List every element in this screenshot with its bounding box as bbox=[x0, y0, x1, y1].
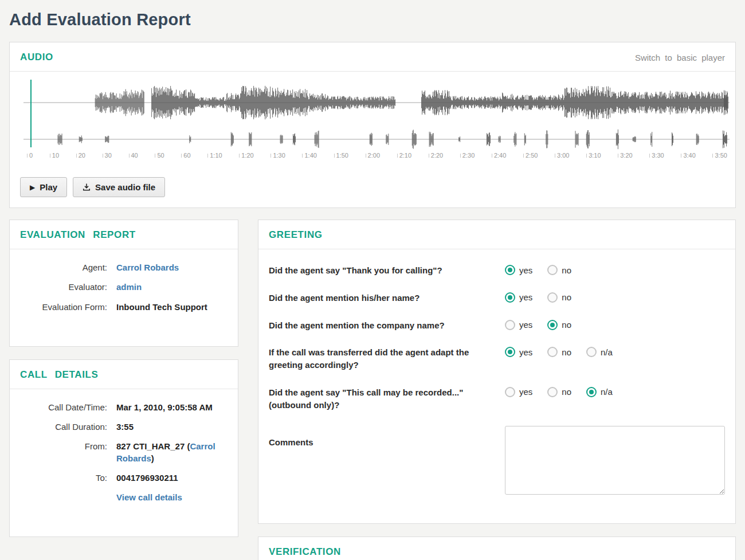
radio-unselected-icon[interactable] bbox=[505, 320, 515, 330]
waveform[interactable]: 01020304050601:101:201:301:401:502:002:1… bbox=[10, 72, 735, 162]
radio-selected-icon[interactable] bbox=[547, 320, 558, 330]
radio-option-na[interactable]: n/a bbox=[586, 347, 613, 357]
radio-option-label: yes bbox=[519, 347, 532, 357]
audio-header-title: AUDIO bbox=[20, 52, 53, 63]
value-link[interactable]: Carrol Robards bbox=[116, 263, 179, 272]
field-label bbox=[20, 492, 107, 503]
radio-group: yesno bbox=[505, 319, 571, 332]
timeline-time-text: 20 bbox=[79, 152, 85, 159]
play-button-label: Play bbox=[40, 182, 57, 192]
audio-buttons: ▶ Play Save audio file bbox=[10, 162, 735, 207]
radio-option-label: yes bbox=[519, 265, 532, 275]
question-row: Did the agent say "Thank you for calling… bbox=[269, 264, 725, 277]
timeline-label: 2:50 bbox=[523, 152, 538, 159]
radio-unselected-icon[interactable] bbox=[547, 387, 558, 397]
radio-selected-icon[interactable] bbox=[505, 347, 515, 357]
comments-label: Comments bbox=[269, 426, 498, 495]
content-columns: EVALUATION REPORT Agent:Carrol RobardsEv… bbox=[9, 220, 736, 560]
view-call-details-link[interactable]: View call details bbox=[116, 492, 182, 502]
radio-option-no[interactable]: no bbox=[547, 320, 571, 330]
radio-group: yesno bbox=[505, 292, 571, 304]
timeline-label: 40 bbox=[129, 152, 138, 159]
timeline-label: 2:30 bbox=[460, 152, 475, 159]
radio-unselected-icon[interactable] bbox=[547, 265, 558, 275]
timeline-tick bbox=[302, 154, 303, 158]
verification-panel: VERIFICATION bbox=[258, 536, 736, 560]
field-row: Call Duration:3:55 bbox=[20, 421, 228, 433]
value-link[interactable]: admin bbox=[116, 282, 142, 292]
page: Add Evaluation Report AUDIO Switch to ba… bbox=[0, 0, 745, 560]
radio-option-label: n/a bbox=[601, 347, 613, 357]
save-audio-button[interactable]: Save audio file bbox=[73, 177, 165, 197]
question-text: Did the agent say "This call may be reco… bbox=[269, 386, 498, 412]
playhead-cursor[interactable] bbox=[30, 80, 32, 147]
field-row: Evaluation Form:Inbound Tech Support bbox=[20, 301, 228, 313]
radio-option-yes[interactable]: yes bbox=[505, 320, 532, 330]
timeline-tick bbox=[429, 154, 429, 158]
field-value: 0041796930211 bbox=[116, 472, 228, 484]
field-row: To:0041796930211 bbox=[20, 472, 228, 484]
radio-option-label: no bbox=[562, 320, 571, 330]
radio-selected-icon[interactable] bbox=[586, 387, 597, 397]
radio-option-na[interactable]: n/a bbox=[586, 387, 613, 397]
timeline-time-text: 2:10 bbox=[399, 152, 411, 159]
radio-unselected-icon[interactable] bbox=[547, 347, 558, 357]
radio-option-yes[interactable]: yes bbox=[505, 387, 532, 397]
radio-option-yes[interactable]: yes bbox=[505, 347, 532, 357]
field-value: admin bbox=[116, 281, 228, 293]
question-text: If the call was transferred did the agen… bbox=[269, 346, 498, 371]
timeline-tick bbox=[155, 154, 155, 158]
radio-unselected-icon[interactable] bbox=[547, 292, 558, 303]
timeline-label: 30 bbox=[103, 152, 112, 159]
radio-option-no[interactable]: no bbox=[547, 292, 571, 303]
greeting-questions: Did the agent say "Thank you for calling… bbox=[269, 264, 725, 411]
radio-selected-icon[interactable] bbox=[505, 265, 515, 275]
view-call-details-row: View call details bbox=[20, 492, 228, 503]
timeline-tick bbox=[50, 154, 50, 158]
field-row: Evaluator:admin bbox=[20, 281, 228, 293]
field-row: Agent:Carrol Robards bbox=[20, 262, 228, 273]
field-label: Agent: bbox=[20, 262, 107, 273]
timeline-label: 2:40 bbox=[492, 152, 506, 159]
timeline-time-text: 30 bbox=[105, 152, 112, 159]
timeline-label: 1:10 bbox=[207, 152, 222, 159]
field-value: 827 CTI_HAR_27 (Carrol Robards) bbox=[116, 441, 228, 464]
comments-textarea[interactable] bbox=[505, 426, 725, 495]
waveform-canvas[interactable] bbox=[10, 75, 735, 150]
radio-option-no[interactable]: no bbox=[547, 387, 571, 397]
play-button[interactable]: ▶ Play bbox=[20, 177, 67, 197]
radio-unselected-icon[interactable] bbox=[586, 347, 597, 357]
timeline-label: 1:20 bbox=[239, 152, 253, 159]
greeting-body: Did the agent say "Thank you for calling… bbox=[258, 249, 735, 523]
verification-title: VERIFICATION bbox=[269, 546, 341, 558]
radio-selected-icon[interactable] bbox=[505, 292, 515, 303]
timeline-time-text: 3:00 bbox=[557, 152, 569, 159]
save-audio-button-label: Save audio file bbox=[95, 182, 155, 192]
radio-option-label: no bbox=[562, 347, 571, 357]
timeline-time-text: 3:40 bbox=[683, 152, 695, 159]
radio-option-label: yes bbox=[519, 292, 532, 302]
call-details-panel: CALL DETAILS Call Date/Time:Mar 1, 2010,… bbox=[9, 359, 238, 538]
timeline-time-text: 2:00 bbox=[368, 152, 380, 159]
radio-group: yesnon/a bbox=[505, 386, 613, 412]
radio-unselected-icon[interactable] bbox=[505, 387, 515, 397]
switch-to-basic-player-link[interactable]: Switch to basic player bbox=[635, 53, 725, 62]
radio-option-label: yes bbox=[519, 387, 532, 397]
verification-header: VERIFICATION bbox=[258, 537, 735, 560]
question-text: Did the agent mention the company name? bbox=[269, 319, 498, 332]
radio-option-yes[interactable]: yes bbox=[505, 265, 532, 275]
timeline-tick bbox=[207, 154, 208, 158]
field-value: 3:55 bbox=[116, 421, 228, 433]
timeline-tick bbox=[239, 154, 240, 158]
radio-option-no[interactable]: no bbox=[547, 347, 571, 357]
timeline-time-text: 3:20 bbox=[620, 152, 632, 159]
question-row: Did the agent mention the company name?y… bbox=[269, 319, 725, 332]
radio-option-yes[interactable]: yes bbox=[505, 292, 532, 303]
call-details-title: CALL DETAILS bbox=[20, 369, 98, 381]
question-row: Did the agent say "This call may be reco… bbox=[269, 386, 725, 412]
question-text: Did the agent say "Thank you for calling… bbox=[269, 264, 498, 277]
radio-option-no[interactable]: no bbox=[547, 265, 571, 275]
timeline-tick bbox=[181, 154, 182, 158]
timeline-time-text: 3:30 bbox=[652, 152, 664, 159]
timeline-tick bbox=[270, 154, 271, 158]
